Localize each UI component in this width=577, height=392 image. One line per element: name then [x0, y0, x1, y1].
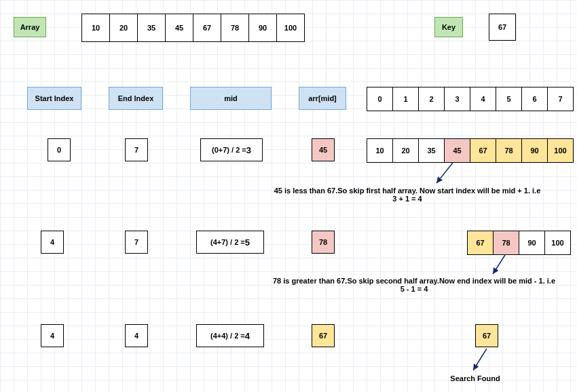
array-cell: 100 [277, 14, 305, 42]
step1-cell: 35 [419, 138, 445, 163]
step3-start: 4 [41, 324, 64, 347]
step1-cell-right: 100 [548, 138, 574, 163]
index-cell: 2 [419, 87, 445, 111]
step2-arrmid: 78 [312, 231, 335, 254]
index-cell: 5 [496, 87, 522, 111]
index-header-row: 0 1 2 3 4 5 6 7 [367, 87, 574, 111]
step1-mid: (0+7) / 2 = 3 [200, 138, 263, 161]
col-start-index: Start Index [27, 87, 81, 110]
step3-arrmid: 67 [312, 324, 335, 347]
array-cell: 20 [110, 14, 138, 42]
step2-mid: (4+7) / 2 = 5 [196, 231, 264, 254]
step2-note-l2: 5 - 1 = 4 [272, 285, 557, 293]
step2-cell: 100 [545, 231, 571, 255]
step1-cell: 20 [393, 138, 419, 163]
step2-cell-left: 67 [467, 231, 494, 255]
array-cell: 35 [138, 14, 166, 42]
step1-mid-bold: 3 [246, 145, 251, 155]
key-label: Key [434, 17, 463, 37]
index-cell: 4 [470, 87, 496, 111]
step1-cell-right: 90 [522, 138, 548, 163]
step2-note-l1: 78 is greater than 67.So skip second hal… [272, 277, 557, 285]
col-end-index: End Index [109, 87, 163, 110]
array-cell: 78 [221, 14, 249, 42]
step2-note: 78 is greater than 67.So skip second hal… [272, 277, 557, 293]
array-cell: 67 [193, 14, 221, 42]
step2-mid-expr: (4+7) / 2 = [210, 238, 245, 246]
step3-array-single: 67 [475, 324, 498, 347]
step2-end: 7 [125, 231, 148, 254]
step1-note-l1: 45 is less than 67.So skip first half ar… [258, 187, 557, 195]
step3-mid-expr: (4+4) / 2 = [210, 332, 245, 340]
step1-cell-right: 78 [496, 138, 522, 163]
col-arr-mid: arr[mid] [299, 87, 346, 110]
array-label: Array [14, 17, 46, 37]
index-cell: 0 [367, 87, 393, 111]
index-cell: 6 [522, 87, 548, 111]
step3-mid-bold: 4 [245, 331, 250, 341]
step3-result: Search Found [428, 374, 523, 383]
svg-line-2 [473, 349, 487, 370]
step1-mid-expr: (0+7) / 2 = [212, 146, 246, 154]
step1-cell: 10 [367, 138, 393, 163]
key-value: 67 [489, 14, 516, 41]
step3-end: 4 [125, 324, 148, 347]
step1-cell-right: 67 [470, 138, 496, 163]
step2-cell-mid: 78 [494, 231, 519, 255]
step3-mid: (4+4) / 2 = 4 [196, 324, 264, 347]
step1-note-l2: 3 + 1 = 4 [258, 195, 557, 203]
svg-line-1 [493, 255, 505, 274]
index-cell: 3 [445, 87, 470, 111]
step1-arrmid: 45 [312, 138, 335, 161]
step2-start: 4 [41, 231, 64, 254]
step2-array-row: 67 78 90 100 [467, 231, 571, 255]
array-cell: 45 [166, 14, 193, 42]
index-cell: 1 [393, 87, 419, 111]
step1-note: 45 is less than 67.So skip first half ar… [258, 187, 557, 203]
array-cell: 10 [81, 14, 110, 42]
array-values-row: 10 20 35 45 67 78 90 100 [81, 14, 305, 42]
step1-end: 7 [125, 138, 148, 161]
step2-cell: 90 [519, 231, 545, 255]
step1-array-row: 10 20 35 45 67 78 90 100 [367, 138, 574, 163]
index-cell: 7 [548, 87, 574, 111]
step1-cell-mid: 45 [445, 138, 470, 163]
svg-line-0 [436, 163, 453, 183]
col-mid: mid [190, 87, 272, 110]
array-cell: 90 [249, 14, 277, 42]
step1-start: 0 [48, 138, 71, 161]
step2-mid-bold: 5 [245, 237, 250, 248]
